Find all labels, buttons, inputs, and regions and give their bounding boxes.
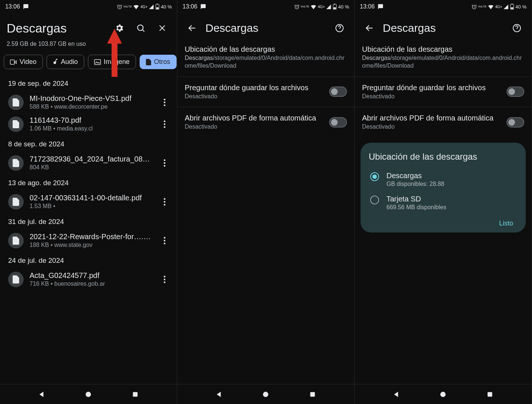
svg-point-4 — [137, 25, 143, 30]
nav-recent-icon[interactable] — [132, 391, 139, 398]
battery-percent: 40 % — [338, 4, 349, 10]
setting-ask-where[interactable]: Preguntar dónde guardar los archivos Des… — [355, 77, 532, 108]
more-vert-icon — [164, 99, 166, 106]
file-row[interactable]: Acta_G02424577.pdf 716 KB • buenosaires.… — [1, 268, 175, 290]
svg-rect-37 — [310, 392, 315, 397]
nav-back-icon[interactable] — [216, 391, 222, 398]
dialog-done-button[interactable]: Listo — [495, 217, 518, 230]
header: Descargas — [177, 13, 354, 38]
file-icon — [13, 198, 19, 206]
svg-point-17 — [164, 162, 165, 163]
search-button[interactable] — [133, 20, 149, 36]
setting-download-location[interactable]: Ubicación de las descargas Descargas/sto… — [177, 38, 354, 77]
radio-button[interactable] — [370, 172, 379, 181]
storage-usage: 2.59 GB de 103.87 GB en uso — [0, 38, 177, 53]
chip-otros[interactable]: Otros — [140, 55, 177, 69]
svg-rect-3 — [156, 7, 158, 9]
setting-title: Ubicación de las descargas — [362, 45, 524, 54]
file-more-button[interactable] — [157, 117, 172, 132]
file-more-button[interactable] — [157, 233, 172, 248]
chip-images[interactable]: Imágene — [88, 55, 136, 69]
help-button[interactable] — [331, 20, 348, 36]
toggle-open-pdf[interactable] — [507, 117, 524, 128]
panel-settings: 13:06 VoLTE 4G+ 40 % Descargas Ubicación… — [177, 0, 355, 404]
panel-settings-dialog: 13:06 VoLTE 4G+ 40 % Descargas Ubicación… — [355, 0, 532, 404]
file-more-button[interactable] — [157, 95, 172, 110]
file-row[interactable]: MI-Inodoro-One-Piece-VS1.pdf 588 KB • ww… — [1, 91, 175, 113]
radio-option-sd[interactable]: Tarjeta SD 669.56 MB disponibles — [369, 191, 518, 214]
file-icon — [146, 59, 151, 65]
chat-icon — [200, 4, 206, 10]
svg-rect-32 — [334, 4, 336, 4]
radio-option-descargas[interactable]: Descargas GB disponibles: 28.88 — [369, 168, 518, 191]
setting-ask-where[interactable]: Preguntar dónde guardar los archivos Des… — [177, 77, 354, 108]
setting-title: Abrir archivos PDF de forma automática — [185, 114, 324, 122]
close-button[interactable] — [154, 20, 170, 36]
toggle-ask-where[interactable] — [329, 86, 347, 97]
file-list[interactable]: 19 de sep. de 2024 MI-Inodoro-One-Piece-… — [0, 74, 177, 384]
file-row[interactable]: 02-147-00363141-1-00-detalle.pdf 1.53 MB… — [1, 191, 175, 213]
svg-point-21 — [164, 204, 165, 205]
file-meta: 1.06 MB • media.easy.cl — [30, 125, 151, 132]
file-more-button[interactable] — [157, 272, 172, 287]
network-type: 4G+ — [495, 5, 502, 9]
status-time: 13:06 — [5, 3, 20, 10]
setting-download-location[interactable]: Ubicación de las descargas Descargas/sto… — [355, 38, 532, 77]
svg-point-15 — [164, 126, 165, 128]
file-name: MI-Inodoro-One-Piece-VS1.pdf — [30, 94, 151, 103]
nav-back-icon[interactable] — [38, 391, 45, 398]
svg-rect-29 — [133, 392, 138, 397]
signal-icon — [503, 4, 509, 10]
nav-recent-icon[interactable] — [309, 391, 316, 398]
radio-sub: GB disponibles: 28.88 — [386, 181, 444, 187]
file-name: 1161443-70.pdf — [30, 116, 151, 125]
help-button[interactable] — [509, 20, 525, 36]
radio-label: Tarjeta SD — [386, 195, 446, 203]
file-row[interactable]: 1161443-70.pdf 1.06 MB • media.easy.cl — [1, 113, 175, 135]
wifi-icon — [133, 4, 139, 9]
status-time: 13:06 — [360, 3, 375, 10]
file-type-icon — [8, 194, 24, 210]
setting-title: Preguntar dónde guardar los archivos — [362, 84, 501, 92]
nav-recent-icon[interactable] — [487, 391, 493, 398]
header: Descargas — [355, 13, 532, 38]
toggle-open-pdf[interactable] — [329, 117, 347, 128]
chip-video[interactable]: Video — [4, 55, 43, 69]
chat-icon — [378, 4, 383, 10]
file-more-button[interactable] — [157, 194, 172, 209]
file-meta: 1.53 MB • — [30, 203, 151, 210]
file-icon — [13, 237, 19, 245]
more-vert-icon — [164, 198, 166, 206]
status-bar: 13:06 VoLTE 4G+ 40 % — [355, 0, 532, 13]
setting-open-pdf[interactable]: Abrir archivos PDF de forma automática D… — [355, 107, 532, 138]
search-icon — [136, 23, 146, 33]
svg-point-19 — [164, 198, 165, 200]
android-navbar — [0, 384, 177, 404]
svg-point-25 — [164, 276, 165, 277]
nav-home-icon[interactable] — [262, 391, 269, 398]
file-more-button[interactable] — [157, 156, 172, 170]
settings-button[interactable] — [111, 20, 127, 36]
back-button[interactable] — [184, 20, 200, 36]
setting-sub: Desactivado — [362, 93, 501, 101]
wifi-icon — [310, 4, 317, 9]
svg-point-28 — [86, 391, 91, 397]
file-type-icon — [8, 116, 24, 132]
chip-audio[interactable]: Audio — [47, 55, 84, 69]
setting-open-pdf[interactable]: Abrir archivos PDF de forma automática D… — [177, 107, 354, 138]
back-button[interactable] — [361, 20, 378, 36]
nav-home-icon[interactable] — [440, 391, 446, 398]
file-type-icon — [8, 155, 24, 171]
radio-button[interactable] — [370, 196, 379, 204]
svg-point-11 — [164, 101, 165, 103]
file-row[interactable]: 2021-12-22-Rewards-Poster-for….pdf 188 K… — [1, 230, 175, 251]
nav-back-icon[interactable] — [393, 391, 400, 398]
status-time: 13:06 — [183, 3, 197, 10]
setting-sub: Desactivado — [185, 123, 324, 131]
setting-sub: Desactivado — [185, 93, 324, 101]
volte-indicator: VoLTE — [478, 5, 487, 8]
toggle-ask-where[interactable] — [507, 86, 524, 97]
nav-home-icon[interactable] — [85, 391, 92, 398]
battery-icon — [332, 4, 337, 10]
file-row[interactable]: 7172382936_04_2024_factura_08……. 804 KB — [1, 152, 175, 174]
